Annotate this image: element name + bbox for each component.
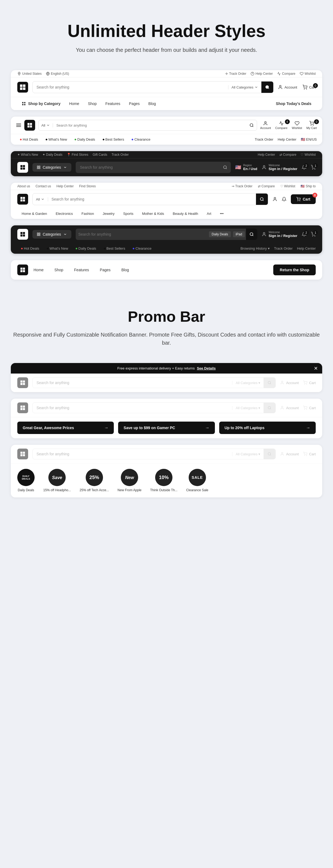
cart-action-4[interactable]: Cart 0 xyxy=(291,194,316,204)
track-link[interactable]: ⇒ Track Order xyxy=(232,184,252,188)
bell-action-4[interactable] xyxy=(282,197,286,202)
help-center-link[interactable]: Help Center xyxy=(251,72,273,75)
h5-track-order[interactable]: Track Order xyxy=(274,246,293,250)
help-center-2[interactable]: Help Center xyxy=(278,137,296,142)
about-us-link[interactable]: About us xyxy=(17,184,30,188)
language-item[interactable]: English (US) xyxy=(46,72,69,75)
signin-action[interactable]: Welcome Sign in / Register xyxy=(262,164,297,171)
nav-electronics[interactable]: Electronics xyxy=(51,211,77,217)
search-input-5[interactable] xyxy=(76,232,208,237)
search-input-1[interactable] xyxy=(33,85,228,89)
cart-action-5[interactable]: 1 xyxy=(311,232,316,237)
daily-deals-tag[interactable]: Daily Deals xyxy=(209,231,231,237)
account-action-2[interactable]: Account xyxy=(260,121,271,129)
search-button-5[interactable] xyxy=(246,228,257,240)
logo-6[interactable] xyxy=(17,265,28,275)
ipad-tag[interactable]: iPad xyxy=(233,231,245,237)
track-order-link[interactable]: Track Order xyxy=(224,72,247,75)
compare-action-2[interactable]: 4 Compare xyxy=(275,121,287,129)
logo-2[interactable] xyxy=(24,120,35,131)
search-button-2[interactable] xyxy=(247,120,257,131)
region-action[interactable]: 🇺🇸 Region En / Usd xyxy=(235,164,257,171)
h6-blog[interactable]: Blog xyxy=(116,266,134,274)
shop-category-btn[interactable]: Shop by Category xyxy=(17,100,65,107)
nav-art[interactable]: Art xyxy=(202,211,216,217)
language-flag-2[interactable]: 🇺🇸 EN/US xyxy=(301,137,317,142)
wishlist-action-2[interactable]: Wishlist xyxy=(292,121,302,129)
h6-home[interactable]: Home xyxy=(28,266,49,274)
search-button-4[interactable] xyxy=(256,193,268,205)
cart-button-4[interactable]: Cart 0 xyxy=(291,194,316,204)
category-select-4[interactable]: All xyxy=(33,197,48,202)
h5-clearance[interactable]: Clearance xyxy=(129,245,155,252)
category-selector-1[interactable]: All Categories xyxy=(228,85,262,89)
h3-track-order[interactable]: Track Order xyxy=(112,153,129,157)
track-order-2[interactable]: Track Order xyxy=(255,137,273,142)
nav-todays-deals[interactable]: Shop Today's Deals xyxy=(272,100,316,107)
promo-btn-1[interactable]: Great Gear, Awesome Prices → xyxy=(17,422,114,434)
categories-btn-5[interactable]: Categories xyxy=(32,230,72,239)
hamburger-menu[interactable] xyxy=(16,124,21,127)
badge-sale[interactable]: SALE Clearance Sale xyxy=(186,469,209,492)
cart-action-3[interactable]: 1 xyxy=(311,165,316,170)
help-link[interactable]: Help Center xyxy=(56,184,74,188)
promo-close-button[interactable]: ✕ xyxy=(314,366,318,371)
nav-hot-deals[interactable]: Hot Deals xyxy=(16,136,42,143)
nav-sports[interactable]: Sports xyxy=(119,211,138,217)
cart-action[interactable]: 0 Cart xyxy=(302,85,316,90)
account-action[interactable]: Account xyxy=(278,85,297,90)
h5-hot-deals[interactable]: Hot Deals xyxy=(17,245,43,252)
h3-gift-cards[interactable]: Gift Cards xyxy=(93,153,107,157)
h3-find-stores[interactable]: 📍 Find Stores xyxy=(67,153,88,157)
search-input-2[interactable] xyxy=(53,123,246,127)
nav-jewelry[interactable]: Jewelry xyxy=(99,211,119,217)
h3-whats-new[interactable]: ✦ What's New xyxy=(17,153,38,157)
h5-best-sellers[interactable]: Best Sellers xyxy=(100,245,129,252)
search-input-4[interactable] xyxy=(48,197,256,202)
badge-new[interactable]: New New From Apple xyxy=(117,469,142,492)
logo-3[interactable] xyxy=(17,162,28,173)
nav-features[interactable]: Features xyxy=(101,100,124,107)
nav-clearance-2[interactable]: Clearance xyxy=(128,136,154,143)
h3-help-center[interactable]: Help Center xyxy=(258,153,275,157)
badge-10off[interactable]: 10% Think Outside Th... xyxy=(150,469,177,492)
nav-home[interactable]: Home xyxy=(65,100,84,107)
mycart-action-2[interactable]: 0 My Cart xyxy=(306,121,317,129)
signin-action-5[interactable]: Welcome Sign in / Register xyxy=(262,231,297,238)
nav-whats-new-2[interactable]: What's New xyxy=(42,136,71,143)
h3-wishlist[interactable]: ♡ Wishlist xyxy=(301,153,316,157)
ship-link[interactable]: 🇺🇸 Ship to xyxy=(301,184,316,188)
search-button-3[interactable] xyxy=(220,162,231,173)
nav-beauty[interactable]: Beauty & Health xyxy=(168,211,202,217)
promo-btn-2[interactable]: Save up to $99 on Gamer PC → xyxy=(118,422,215,434)
location-item[interactable]: United States xyxy=(17,72,41,75)
h3-daily-deals[interactable]: ✦ Daily Deals xyxy=(43,153,62,157)
stores-link[interactable]: Find Stores xyxy=(79,184,96,188)
h5-help-center[interactable]: Help Center xyxy=(297,246,316,250)
wishlist-link[interactable]: Wishlist xyxy=(300,72,316,75)
nav-shop[interactable]: Shop xyxy=(84,100,101,107)
badge-daily-deals[interactable]: DAILYDEALS Daily Deals xyxy=(17,469,35,492)
return-shop-button[interactable]: Return the Shop xyxy=(273,265,316,275)
h3-compare[interactable]: ⇄ Compare xyxy=(279,153,297,157)
categories-btn-3[interactable]: Categories xyxy=(32,163,72,172)
wishlist-link-4[interactable]: ♡ Wishlist xyxy=(280,184,296,188)
notif-action[interactable]: 2 xyxy=(302,165,306,170)
compare-link-4[interactable]: ⇄ Compare xyxy=(258,184,275,188)
h5-whats-new[interactable]: What's New xyxy=(43,245,72,252)
logo[interactable] xyxy=(17,82,28,93)
nav-home-garden[interactable]: Home & Garden xyxy=(17,211,51,217)
promo-btn-3[interactable]: Up to 20% off Laptops → xyxy=(219,422,316,434)
category-select-2[interactable]: All xyxy=(39,123,53,127)
nav-pages[interactable]: Pages xyxy=(124,100,144,107)
h6-shop[interactable]: Shop xyxy=(49,266,68,274)
contact-link[interactable]: Contact us xyxy=(35,184,51,188)
badge-25off[interactable]: 25% 25% off Tech Acce... xyxy=(80,469,109,492)
nav-daily-deals-2[interactable]: Daily Deals xyxy=(71,136,99,143)
account-action-4[interactable] xyxy=(273,197,277,202)
nav-more[interactable]: ••• xyxy=(216,211,228,217)
promo-see-details[interactable]: See Details xyxy=(197,366,216,370)
badge-save[interactable]: Save 15% off Headpho... xyxy=(43,469,71,492)
h5-browsing-history[interactable]: Browsing History ▾ xyxy=(241,246,270,250)
nav-best-sellers-2[interactable]: Best Sellers xyxy=(99,136,128,143)
